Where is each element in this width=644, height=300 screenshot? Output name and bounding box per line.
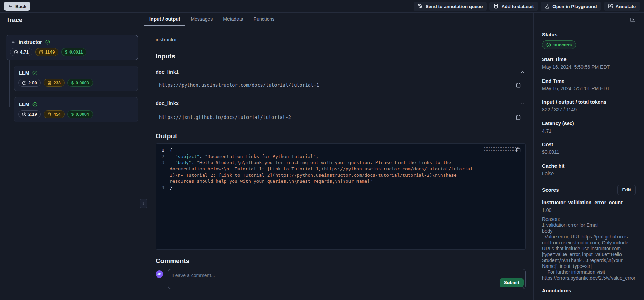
input-doc-link1-header: doc_link1 xyxy=(156,69,526,75)
trace-node-name: LLM xyxy=(19,102,29,107)
latency-group: Latency (sec) 4.71 xyxy=(542,121,636,134)
tokens-value: 822 / 327 / 1149 xyxy=(542,107,636,113)
send-to-annotation-queue-button[interactable]: Send to annotation queue xyxy=(414,2,487,11)
topbar: Back Send to annotation queue Add to dat… xyxy=(0,0,644,13)
detail-tabs: Input / output Messages Metadata Functio… xyxy=(143,13,533,26)
add-to-dataset-button[interactable]: Add to dataset xyxy=(489,2,538,11)
end-time-value: May 16, 2024, 5:51:01 PM EDT xyxy=(542,86,636,92)
dollar-icon: $ xyxy=(71,81,74,85)
chevron-up-icon xyxy=(520,69,525,75)
divider xyxy=(156,48,526,48)
cost-badge: $0.0004 xyxy=(67,110,93,118)
score-value: 1.00 xyxy=(542,207,636,214)
panel-right-icon xyxy=(630,17,636,23)
check-circle-icon xyxy=(32,102,37,107)
code-minimap xyxy=(484,147,519,152)
trace-node-name: LLM xyxy=(19,70,29,76)
start-time-group: Start Time May 16, 2024, 5:50:56 PM EDT xyxy=(542,57,636,71)
app: Back Send to annotation queue Add to dat… xyxy=(0,0,644,300)
tokens-group: Input / output / total tokens 822 / 327 … xyxy=(542,99,636,113)
cost-value: $0.0011 xyxy=(542,149,636,156)
copy-output-button[interactable] xyxy=(516,147,521,152)
database-icon xyxy=(494,4,498,9)
status-label: Status xyxy=(542,32,636,37)
comment-composer: JB Submit xyxy=(156,269,526,289)
database-icon xyxy=(47,112,52,116)
latency-value: 4.71 xyxy=(542,128,636,134)
copy-doc-link2-button[interactable] xyxy=(516,115,521,120)
trace-panel: Trace instructor 4.71 1149 $0.0011 xyxy=(0,13,143,300)
topbar-actions: Send to annotation queue Add to dataset … xyxy=(414,2,640,11)
details-sidebar: Status success Start Time May 16, 2024, … xyxy=(533,13,644,300)
check-circle-icon xyxy=(546,43,551,47)
check-circle-icon xyxy=(45,40,50,45)
trace-node-llm-1[interactable]: LLM 2.00 233 $0.0003 xyxy=(14,66,138,91)
score-name: instructor_validation_error_count xyxy=(542,200,636,205)
clipboard-icon xyxy=(516,147,521,152)
tokens-badge: 233 xyxy=(44,79,65,87)
cost-badge: $0.0003 xyxy=(67,79,93,87)
code-scrollbar-track[interactable] xyxy=(521,144,521,249)
edit-scores-button[interactable]: Edit xyxy=(617,185,636,195)
cache-hit-value: False xyxy=(542,171,636,177)
tree-connector-elbow xyxy=(9,107,14,107)
chevron-up-icon[interactable] xyxy=(11,40,16,45)
tab-functions[interactable]: Functions xyxy=(249,13,280,26)
comment-input[interactable] xyxy=(168,269,525,289)
trace-node-name: instructor xyxy=(19,39,42,45)
observation-detail-panel: Input / output Messages Metadata Functio… xyxy=(143,13,533,300)
divider xyxy=(156,95,526,95)
latency-badge: 2.19 xyxy=(18,110,41,118)
grip-dots-icon xyxy=(142,201,145,206)
submit-comment-button[interactable]: Submit xyxy=(500,278,524,287)
annotate-button[interactable]: Annotate xyxy=(604,2,640,11)
check-circle-icon xyxy=(32,71,37,75)
collapse-sidebar-button[interactable] xyxy=(630,17,636,23)
comment-box: Submit xyxy=(168,269,526,289)
dollar-icon: $ xyxy=(65,50,67,55)
trace-title: Trace xyxy=(6,17,22,24)
flask-icon xyxy=(545,4,550,9)
clock-icon xyxy=(14,50,18,54)
open-in-playground-button[interactable]: Open in Playground xyxy=(541,2,601,11)
trace-node-llm-2[interactable]: LLM 2.19 454 $0.0004 xyxy=(14,97,138,122)
clock-icon xyxy=(22,81,26,85)
tree-connector-elbow xyxy=(9,77,14,77)
pen-tool-icon xyxy=(418,4,423,9)
latency-badge: 2.00 xyxy=(18,79,41,87)
tab-input-output[interactable]: Input / output xyxy=(144,13,185,26)
clipboard-icon xyxy=(516,115,521,120)
code-lines: 1{2 "subject": "Documentation Links for … xyxy=(156,147,525,191)
cost-badge: $0.0011 xyxy=(61,48,86,56)
output-code-editor[interactable]: 1{2 "subject": "Documentation Links for … xyxy=(156,143,526,250)
back-label: Back xyxy=(15,4,26,9)
input-label: doc_link2 xyxy=(156,101,179,106)
tree-connector-line xyxy=(9,60,10,107)
tokens-badge: 454 xyxy=(44,110,65,118)
end-time-group: End Time May 16, 2024, 5:51:01 PM EDT xyxy=(542,78,636,92)
tab-messages[interactable]: Messages xyxy=(185,13,218,26)
input-doc-link2-value-row: https://jxnl.github.io/docs/tutorial/tut… xyxy=(156,114,526,120)
tab-metadata[interactable]: Metadata xyxy=(218,13,248,26)
cost-group: Cost $0.0011 xyxy=(542,142,636,156)
copy-doc-link1-button[interactable] xyxy=(516,83,521,88)
panel-resize-handle[interactable] xyxy=(140,199,147,208)
comments-heading: Comments xyxy=(156,257,526,265)
input-label: doc_link1 xyxy=(156,69,179,75)
clipboard-icon xyxy=(516,83,521,88)
database-icon xyxy=(39,50,43,54)
input-value: https://jxnl.github.io/docs/tutorial/tut… xyxy=(159,114,291,120)
score-reason: Reason: 1 validation error for Email bod… xyxy=(542,216,636,281)
start-time-value: May 16, 2024, 5:50:56 PM EDT xyxy=(542,64,636,71)
input-value: https://python.useinstructor.com/docs/tu… xyxy=(159,82,319,88)
scores-header: Scores Edit xyxy=(542,185,636,195)
back-button[interactable]: Back xyxy=(4,2,30,11)
inputs-heading: Inputs xyxy=(156,53,526,60)
trace-panel-header: Trace xyxy=(0,13,143,28)
tokens-badge: 1149 xyxy=(35,48,59,56)
clock-icon xyxy=(22,112,26,116)
collapse-doc-link2-button[interactable] xyxy=(520,101,525,106)
collapse-doc-link1-button[interactable] xyxy=(520,69,525,75)
trace-node-instructor[interactable]: instructor 4.71 1149 $0.0011 xyxy=(6,35,138,60)
chevron-up-icon xyxy=(520,101,525,106)
